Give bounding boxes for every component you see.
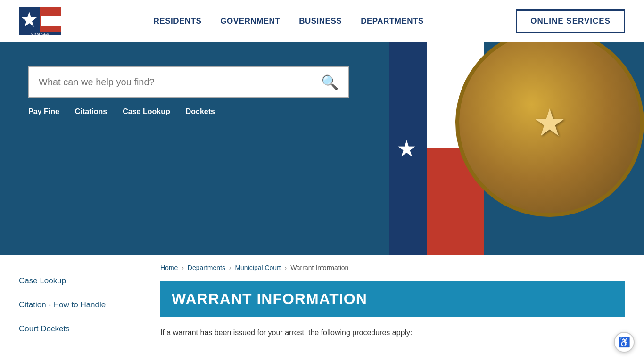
nav-residents[interactable]: RESIDENTS [154, 16, 202, 26]
breadcrumb-sep-1: › [182, 264, 184, 272]
quick-link-pay-fine[interactable]: Pay Fine [28, 107, 67, 116]
hero-content: 🔍 Pay Fine Citations Case Lookup Dockets [28, 66, 616, 116]
search-input[interactable] [39, 77, 321, 88]
search-icon[interactable]: 🔍 [321, 74, 339, 90]
nav-government[interactable]: GOVERNMENT [220, 16, 280, 26]
logo-area[interactable]: CITY OF ALLEN [19, 7, 61, 35]
sidebar-item-citation-how-to-handle[interactable]: Citation - How to Handle [19, 293, 132, 317]
sidebar-item-court-dockets[interactable]: Court Dockets [19, 317, 132, 341]
content-area: Home › Departments › Municipal Court › W… [141, 255, 644, 362]
quick-links: Pay Fine Citations Case Lookup Dockets [28, 107, 616, 116]
quick-link-dockets[interactable]: Dockets [186, 107, 215, 116]
breadcrumb-current: Warrant Information [290, 264, 348, 272]
breadcrumb-home[interactable]: Home [160, 264, 178, 272]
quick-link-citations[interactable]: Citations [75, 107, 115, 116]
nav-area: RESIDENTS GOVERNMENT BUSINESS DEPARTMENT… [154, 16, 424, 26]
page-title: WARRANT INFORMATION [172, 290, 614, 308]
accessibility-button[interactable]: ♿ [614, 332, 635, 353]
nav-business[interactable]: BUSINESS [299, 16, 342, 26]
search-box[interactable]: 🔍 [28, 66, 349, 98]
svg-rect-3 [41, 7, 61, 16]
city-of-allen-logo[interactable]: CITY OF ALLEN [19, 7, 61, 35]
nav-departments[interactable]: DEPARTMENTS [361, 16, 424, 26]
accessibility-icon: ♿ [619, 337, 630, 348]
breadcrumb-municipal-court[interactable]: Municipal Court [235, 264, 281, 272]
sidebar: Case Lookup Citation - How to Handle Cou… [0, 255, 141, 362]
svg-text:CITY OF ALLEN: CITY OF ALLEN [31, 33, 49, 35]
online-services-button[interactable]: ONLINE SERVICES [516, 9, 625, 33]
breadcrumb-sep-3: › [285, 264, 287, 272]
breadcrumb-sep-2: › [229, 264, 231, 272]
breadcrumb-departments[interactable]: Departments [188, 264, 225, 272]
svg-rect-4 [41, 16, 61, 26]
header: CITY OF ALLEN RESIDENTS GOVERNMENT BUSIN… [0, 0, 644, 42]
sidebar-item-case-lookup[interactable]: Case Lookup [19, 269, 132, 293]
hero-banner: ★ ★ 🔍 Pay Fine Citations Case Lookup Doc… [0, 42, 644, 255]
breadcrumb: Home › Departments › Municipal Court › W… [160, 264, 625, 272]
page-title-bar: WARRANT INFORMATION [160, 281, 625, 317]
quick-link-case-lookup[interactable]: Case Lookup [123, 107, 178, 116]
page-description: If a warrant has been issued for your ar… [160, 327, 625, 339]
main-content: Case Lookup Citation - How to Handle Cou… [0, 255, 644, 362]
